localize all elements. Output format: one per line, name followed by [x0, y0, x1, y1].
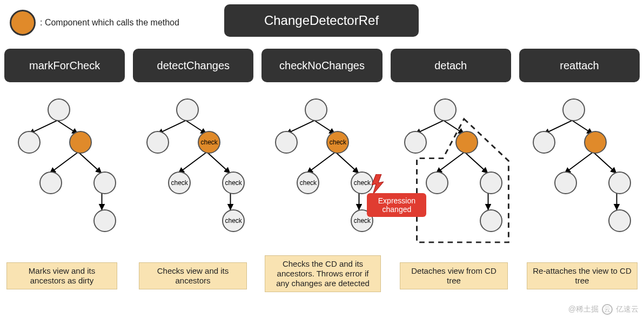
tree-node — [480, 171, 502, 194]
tree-node — [608, 209, 631, 232]
tree-node — [426, 171, 448, 194]
tree-edge — [435, 152, 464, 174]
tree-node: check — [222, 171, 245, 194]
columns-row: markForCheckdetectChangescheckcheckcheck… — [4, 49, 640, 250]
node-label: check — [201, 138, 218, 146]
node-label: check — [354, 179, 371, 187]
description-box: Checks the CD and its ancestors. Throws … — [265, 255, 381, 292]
tree-edge — [464, 152, 488, 174]
tree-node-caller: check — [326, 131, 349, 154]
column-header: markForCheck — [4, 49, 125, 82]
tree-node: check — [222, 209, 245, 232]
column-detectChanges: detectChangescheckcheckcheckcheck — [133, 49, 253, 250]
tree-area — [391, 88, 511, 250]
tree-area: checkcheckcheckcheckExpression changed — [261, 88, 382, 250]
node-label: check — [300, 179, 317, 187]
tree-node — [608, 171, 631, 194]
tree-node — [434, 98, 457, 121]
legend-dot-icon — [10, 10, 36, 36]
tree-area: checkcheckcheckcheck — [133, 88, 253, 250]
error-box: Expression changed — [367, 193, 426, 217]
tree-node — [146, 131, 169, 154]
tree-node: check — [168, 171, 191, 194]
node-label: check — [171, 179, 188, 187]
watermark-logo-icon: 云 — [602, 304, 613, 315]
column-header: checkNoChanges — [261, 49, 382, 82]
description-box: Checks view and its ancestors — [139, 262, 247, 289]
tree-edge — [178, 152, 207, 174]
description-box: Marks view and its ancestors as dirty — [6, 262, 117, 289]
tree-edge — [49, 152, 78, 174]
node-label: check — [225, 217, 242, 224]
tree-node — [39, 171, 62, 194]
description-box: Re-attaches the view to CD tree — [527, 262, 638, 289]
watermark: @稀土掘 云 亿速云 — [568, 304, 639, 315]
tree-node — [176, 98, 199, 121]
node-label: check — [225, 179, 242, 187]
tree-node-caller — [69, 131, 92, 154]
tree-edge — [593, 152, 617, 174]
tree-node: check — [297, 171, 319, 194]
tree-edge — [307, 152, 336, 174]
tree-edge — [336, 152, 359, 174]
tree-node — [48, 98, 70, 121]
node-label: check — [354, 217, 371, 224]
title-box: ChangeDetectorRef — [224, 4, 419, 37]
tree-node-caller — [584, 131, 607, 154]
legend-text: : Component which calls the method — [40, 18, 179, 28]
tree-area — [4, 88, 125, 250]
watermark-right: 亿速云 — [616, 305, 639, 314]
tree-node — [93, 171, 116, 194]
tree-node — [533, 131, 555, 154]
column-reattach: reattach — [519, 49, 640, 250]
node-label: check — [330, 138, 346, 146]
column-checkNoChanges: checkNoChangescheckcheckcheckcheckExpres… — [261, 49, 382, 250]
tree-node — [305, 98, 327, 121]
tree-edge — [207, 152, 231, 174]
tree-node — [93, 209, 116, 232]
tree-node-caller — [455, 131, 478, 154]
column-header: detectChanges — [133, 49, 253, 82]
column-header: detach — [391, 49, 511, 82]
tree-edge — [78, 152, 102, 174]
column-detach: detach — [391, 49, 511, 250]
tree-area — [519, 88, 640, 250]
tree-node — [404, 131, 427, 154]
lightning-bolt-icon — [370, 174, 386, 195]
column-markForCheck: markForCheck — [4, 49, 125, 250]
tree-edge — [564, 152, 593, 174]
title-text: ChangeDetectorRef — [264, 13, 379, 28]
legend: : Component which calls the method — [10, 10, 179, 36]
tree-node-caller: check — [198, 131, 220, 154]
watermark-left: @稀土掘 — [568, 305, 599, 314]
tree-node — [18, 131, 41, 154]
tree-node — [480, 209, 502, 232]
column-header: reattach — [519, 49, 640, 82]
tree-node — [562, 98, 585, 121]
tree-node — [554, 171, 577, 194]
tree-node — [275, 131, 298, 154]
description-box: Detaches view from CD tree — [400, 262, 508, 289]
